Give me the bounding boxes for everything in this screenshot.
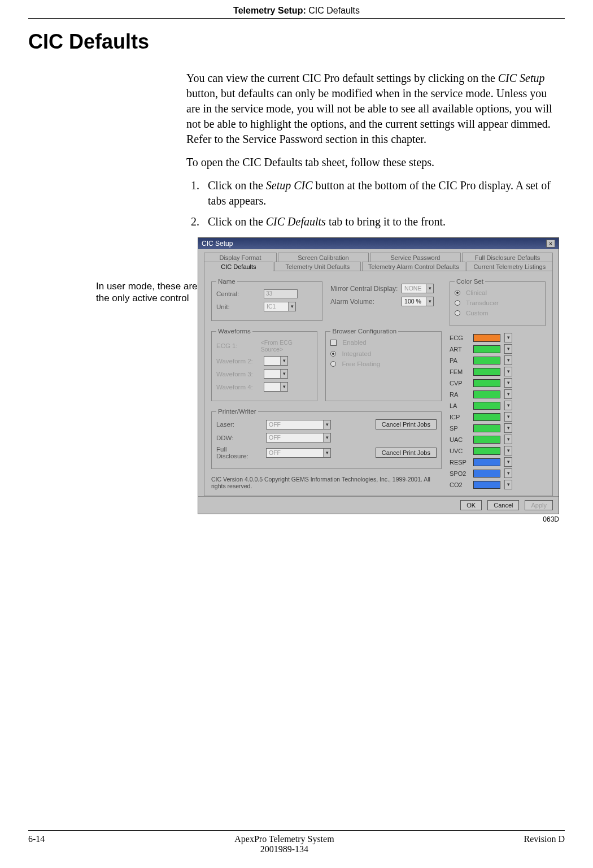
radio-icon [455, 290, 460, 296]
chevron-down-icon: ▾ [504, 413, 512, 421]
tab-screen-calibration[interactable]: Screen Calibration [278, 253, 369, 262]
chevron-down-icon: ▾ [504, 480, 512, 489]
chevron-down-icon: ▾ [504, 379, 512, 387]
color-row-ra: RA▾ [450, 389, 546, 399]
tabs-row-top: Display Format Screen Calibration Servic… [204, 253, 553, 262]
unit-label: Unit: [216, 303, 260, 310]
color-swatch [473, 470, 500, 478]
chevron-down-icon: ▾ [504, 458, 512, 466]
waveform4-label: Waveform 4: [216, 384, 260, 390]
color-swatch [473, 390, 500, 398]
central-field: 33 [264, 289, 298, 298]
color-row-spo2: SPO2▾ [450, 468, 546, 478]
color-select: ▾ [504, 344, 512, 354]
color-swatch [473, 436, 500, 444]
color-row-sp: SP▾ [450, 423, 546, 433]
color-swatch [473, 368, 500, 376]
mirror-label: Mirror Central Display: [330, 285, 398, 293]
chevron-down-icon: ▾ [504, 401, 512, 410]
chevron-down-icon: ▾ [504, 345, 512, 353]
tab-telemetry-alarm-control-defaults[interactable]: Telemetry Alarm Control Defaults [362, 262, 465, 271]
chevron-down-icon: ▾ [504, 333, 512, 342]
color-row-la: LA▾ [450, 401, 546, 410]
waveform2-select: ▾ [264, 356, 288, 366]
color-row-uvc: UVC▾ [450, 446, 546, 455]
chevron-down-icon: ▾ [323, 449, 330, 457]
tab-display-format[interactable]: Display Format [204, 253, 277, 262]
waveform3-select: ▾ [264, 369, 288, 379]
tab-service-password[interactable]: Service Password [370, 253, 461, 262]
param-label: SP [450, 425, 470, 432]
param-label: RA [450, 391, 470, 398]
color-select: ▾ [504, 333, 512, 342]
ecg1-source: <From ECG Source> [261, 339, 313, 353]
color-swatch [473, 447, 500, 455]
dialog-titlebar: CIC Setup × [198, 238, 559, 249]
color-row-pa: PA▾ [450, 355, 546, 365]
color-row-co2: CO2▾ [450, 480, 546, 489]
callout-text: In user mode, these are the only active … [96, 280, 198, 305]
radio-icon [330, 361, 336, 367]
color-swatch [473, 379, 500, 387]
chevron-down-icon: ▾ [504, 424, 512, 432]
unit-select: IC1▾ [264, 302, 296, 311]
ddw-select: OFF▾ [266, 433, 331, 442]
laser-label: Laser: [216, 421, 260, 428]
param-label: ICP [450, 414, 470, 420]
color-select: ▾ [504, 389, 512, 399]
color-swatch [473, 402, 500, 410]
color-select: ▾ [504, 378, 512, 388]
color-row-cvp: CVP▾ [450, 378, 546, 388]
footer-revision: Revision D [524, 834, 565, 854]
cancel-button[interactable]: Cancel [487, 500, 519, 510]
color-select: ▾ [504, 468, 512, 478]
ok-button[interactable]: OK [460, 500, 482, 510]
close-icon[interactable]: × [546, 240, 555, 248]
chevron-down-icon: ▾ [504, 469, 512, 478]
cancel-print-jobs-button-1[interactable]: Cancel Print Jobs [376, 419, 437, 429]
full-disclosure-label: Full Disclosure: [216, 446, 260, 459]
color-swatch [473, 458, 500, 466]
tab-full-disclosure-defaults[interactable]: Full Disclosure Defaults [462, 253, 553, 262]
param-label: ART [450, 346, 470, 353]
color-row-icp: ICP▾ [450, 412, 546, 422]
page-footer: 6-14 ApexPro Telemetry System 2001989-13… [28, 830, 565, 854]
step-2: Click on the CIC Defaults tab to bring i… [202, 214, 559, 229]
central-label: Central: [216, 290, 260, 297]
color-row-art: ART▾ [450, 344, 546, 354]
color-row-ecg: ECG▾ [450, 333, 546, 342]
mirror-select: NONE▾ [402, 284, 434, 293]
tab-cic-defaults[interactable]: CIC Defaults [204, 262, 273, 271]
cancel-print-jobs-button-2[interactable]: Cancel Print Jobs [376, 448, 437, 458]
param-label: UVC [450, 448, 470, 454]
version-text: CIC Version 4.0.0.5 Copyright GEMS Infor… [211, 476, 442, 489]
step-1: Click on the Setup CIC button at the bot… [202, 178, 559, 209]
checkbox-icon [330, 340, 337, 346]
radio-icon [455, 310, 460, 316]
param-label: LA [450, 402, 470, 409]
chevron-down-icon: ▾ [323, 433, 330, 442]
header-bold: Telemetry Setup: [233, 6, 308, 15]
param-label: CVP [450, 380, 470, 387]
param-label: FEM [450, 368, 470, 375]
param-label: RESP [450, 459, 470, 466]
color-swatch [473, 334, 500, 342]
body-text: You can view the current CIC Pro default… [186, 71, 559, 229]
chevron-down-icon[interactable]: ▾ [426, 297, 433, 306]
group-browser-config: Browser Configuration Enabled Integrated… [325, 328, 442, 401]
color-select: ▾ [504, 423, 512, 433]
param-label: ECG [450, 335, 470, 341]
tab-current-telemetry-listings[interactable]: Current Telemetry Listings [466, 262, 553, 271]
ecg1-label: ECG 1: [216, 342, 258, 349]
ddw-label: DDW: [216, 435, 260, 441]
chevron-down-icon: ▾ [504, 446, 512, 455]
radio-icon [330, 351, 336, 357]
waveform4-select: ▾ [264, 382, 288, 392]
chevron-down-icon: ▾ [288, 302, 295, 311]
footer-center: ApexPro Telemetry System 2001989-134 [45, 834, 524, 854]
alarm-volume-select[interactable]: 100 %▾ [402, 297, 434, 306]
tab-telemetry-unit-defaults[interactable]: Telemetry Unit Defaults [274, 262, 361, 271]
color-select: ▾ [504, 412, 512, 422]
color-select: ▾ [504, 435, 512, 444]
color-param-list: ECG▾ART▾PA▾FEM▾CVP▾RA▾LA▾ICP▾SP▾UAC▾UVC▾… [450, 333, 546, 489]
